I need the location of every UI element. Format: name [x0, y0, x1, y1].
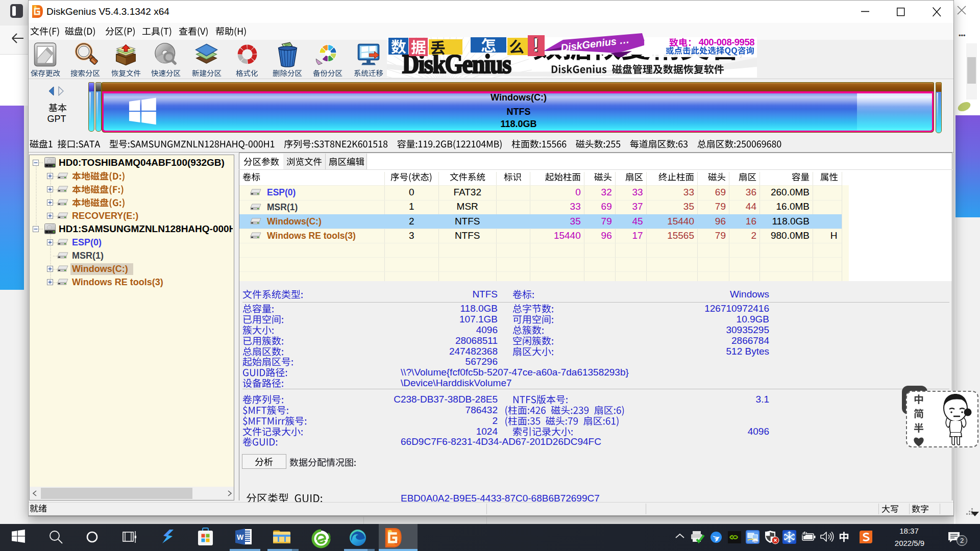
svg-text:intel: intel [753, 540, 758, 543]
svg-text:W: W [237, 533, 244, 541]
